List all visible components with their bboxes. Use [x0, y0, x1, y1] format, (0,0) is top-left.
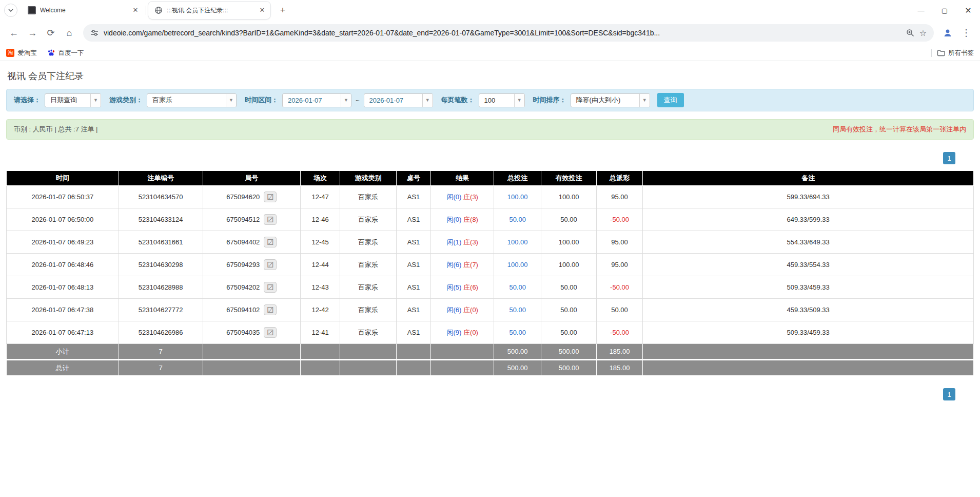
cell-game-kind: 百家乐	[340, 276, 396, 299]
cell-payout: 95.00	[596, 186, 642, 208]
cell-table-no: AS1	[396, 231, 431, 254]
forward-button[interactable]: →	[24, 24, 41, 42]
page-number-button[interactable]: 1	[943, 388, 955, 400]
tab-close-icon[interactable]: ✕	[258, 6, 266, 14]
per-page-label: 每页笔数：	[441, 95, 475, 105]
browser-tab-welcome[interactable]: Welcome ✕	[22, 2, 144, 19]
total-valid-bet: 500.00	[541, 360, 596, 376]
cell-total-bet: 100.00	[494, 231, 541, 254]
zoom-icon[interactable]	[906, 29, 914, 37]
cell-result: 闲(6) 庄(0)	[431, 299, 494, 321]
round-number: 675094293	[226, 261, 260, 269]
cell-valid-bet: 100.00	[541, 254, 596, 276]
cell-bet-id: 523104628988	[119, 276, 203, 299]
table-row: 2026-01-07 06:47:13 523104626986 6750940…	[7, 321, 974, 344]
cell-result: 闲(0) 庄(8)	[431, 208, 494, 231]
round-replay-icon[interactable]: ⚂	[264, 282, 277, 293]
chevron-down-icon	[8, 7, 14, 13]
date-start-select[interactable]: 2026-01-07 ▼	[282, 93, 351, 107]
cell-round: 675094620 ⚂	[203, 186, 300, 208]
total-bet-link[interactable]: 100.00	[507, 261, 528, 269]
cell-session: 12-42	[301, 299, 340, 321]
reload-button[interactable]: ⟳	[42, 24, 60, 42]
col-table-no: 桌号	[396, 171, 431, 186]
page-number-button[interactable]: 1	[943, 152, 955, 164]
round-replay-icon[interactable]: ⚂	[264, 214, 277, 225]
round-replay-icon[interactable]: ⚂	[264, 304, 277, 315]
menu-icon[interactable]: ⋮	[957, 24, 975, 42]
browser-toolbar: ← → ⟳ ⌂ videoie.com/game/betrecord_searc…	[0, 21, 980, 45]
col-valid-bet: 有效投注	[541, 171, 596, 186]
cell-result: 闲(6) 庄(7)	[431, 254, 494, 276]
cell-time: 2026-01-07 06:47:13	[7, 321, 119, 344]
total-bet-link[interactable]: 100.00	[507, 193, 528, 201]
cell-round: 675094512 ⚂	[203, 208, 300, 231]
minimize-button[interactable]: —	[909, 0, 933, 21]
total-bet-link[interactable]: 50.00	[509, 306, 526, 314]
cell-total-bet: 50.00	[494, 276, 541, 299]
game-kind-select[interactable]: 百家乐 ▼	[147, 93, 237, 107]
total-label: 总计	[7, 360, 119, 376]
cell-bet-id: 523104626986	[119, 321, 203, 344]
total-bet-link[interactable]: 50.00	[509, 216, 526, 223]
maximize-button[interactable]: ▢	[933, 0, 956, 21]
tab-close-icon[interactable]: ✕	[131, 6, 140, 14]
bookmarks-divider	[931, 49, 932, 57]
home-button[interactable]: ⌂	[61, 24, 78, 42]
currency-summary: 币别 : 人民币 | 总共 :7 注单 |	[14, 125, 98, 134]
cell-total-bet: 50.00	[494, 321, 541, 344]
query-type-select[interactable]: 日期查询 ▼	[45, 93, 101, 107]
total-bet-link[interactable]: 100.00	[507, 238, 528, 246]
browser-tab-betrecord[interactable]: :::视讯 会员下注纪录::: ✕	[148, 2, 270, 19]
grand-total-row: 总计 7 500.00 500.00 185.00	[7, 360, 974, 376]
welcome-favicon-icon	[28, 6, 36, 14]
chevron-down-icon: ▼	[514, 94, 524, 107]
cell-note: 459.33/509.33	[643, 299, 974, 321]
sort-select[interactable]: 降幂(由大到小) ▼	[571, 93, 650, 107]
bookmark-star-icon[interactable]: ☆	[919, 28, 927, 38]
bet-record-table: 时间 注单编号 局号 场次 游戏类别 桌号 结果 总投注 有效投注 总派彩 备注…	[6, 170, 974, 376]
search-button[interactable]: 查询	[657, 93, 684, 107]
new-tab-button[interactable]: +	[276, 3, 290, 17]
site-settings-icon[interactable]	[90, 29, 99, 37]
cell-note: 554.33/649.33	[643, 231, 974, 254]
cell-note: 509.33/459.33	[643, 276, 974, 299]
bookmark-baidu[interactable]: 百度一下	[47, 49, 84, 58]
close-button[interactable]: ✕	[956, 0, 980, 21]
cell-bet-id: 523104633124	[119, 208, 203, 231]
banker-result: 庄(6)	[463, 283, 478, 291]
profile-icon[interactable]	[939, 24, 956, 42]
cell-payout: 50.00	[596, 299, 642, 321]
chevron-down-icon: ▼	[422, 94, 433, 107]
tab-search-button[interactable]	[4, 4, 17, 17]
bookmark-aitaobao[interactable]: 淘 爱淘宝	[6, 49, 37, 58]
total-bet-link[interactable]: 50.00	[509, 329, 526, 336]
baidu-paw-icon	[47, 49, 55, 57]
cell-table-no: AS1	[396, 254, 431, 276]
cell-time: 2026-01-07 06:50:00	[7, 208, 119, 231]
address-bar[interactable]: videoie.com/game/betrecord_search/kind3?…	[83, 24, 934, 42]
round-replay-icon[interactable]: ⚂	[264, 237, 277, 247]
globe-favicon-icon	[154, 6, 163, 14]
round-replay-icon[interactable]: ⚂	[264, 259, 277, 270]
all-bookmarks-button[interactable]: 所有书签	[937, 49, 974, 58]
cell-valid-bet: 50.00	[541, 276, 596, 299]
round-replay-icon[interactable]: ⚂	[264, 327, 277, 338]
cell-game-kind: 百家乐	[340, 299, 396, 321]
subtotal-row: 小计 7 500.00 500.00 185.00	[7, 344, 974, 360]
date-end-select[interactable]: 2026-01-07 ▼	[364, 93, 433, 107]
table-row: 2026-01-07 06:47:38 523104627772 6750941…	[7, 299, 974, 321]
per-page-select[interactable]: 100 ▼	[479, 93, 525, 107]
cell-note: 649.33/599.33	[643, 208, 974, 231]
total-bet-link[interactable]: 50.00	[509, 283, 526, 291]
banker-result: 庄(3)	[463, 193, 478, 201]
round-replay-icon[interactable]: ⚂	[264, 192, 277, 202]
cell-game-kind: 百家乐	[340, 254, 396, 276]
cell-table-no: AS1	[396, 186, 431, 208]
back-button[interactable]: ←	[5, 24, 23, 42]
table-header: 时间 注单编号 局号 场次 游戏类别 桌号 结果 总投注 有效投注 总派彩 备注	[7, 171, 974, 186]
cell-session: 12-46	[301, 208, 340, 231]
cell-table-no: AS1	[396, 208, 431, 231]
filter-bar: 请选择： 日期查询 ▼ 游戏类别： 百家乐 ▼ 时间区间： 2026-01-07…	[6, 89, 974, 111]
select-type-label: 请选择：	[14, 95, 41, 105]
